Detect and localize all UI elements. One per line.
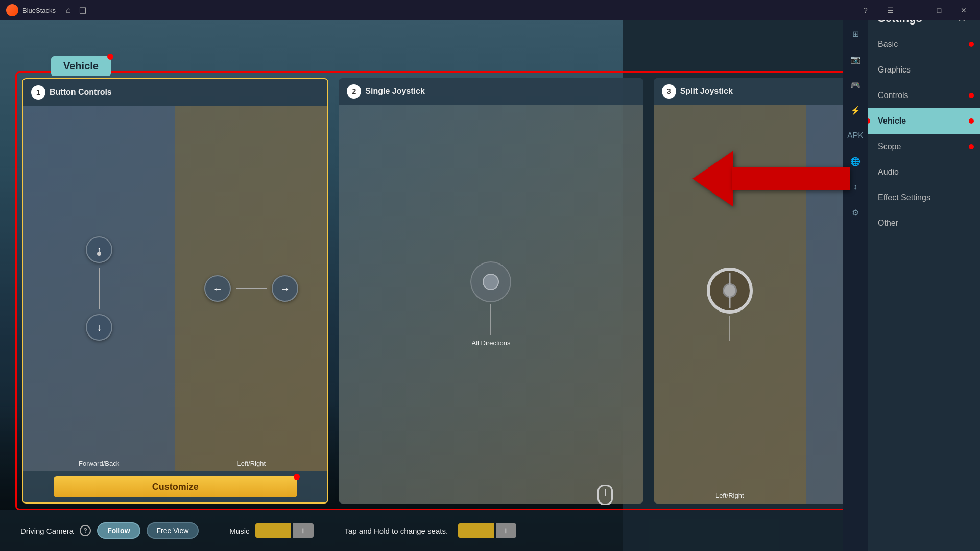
- strip-icon-1[interactable]: ⊞: [847, 26, 864, 42]
- basic-dot: [969, 42, 974, 47]
- effect-settings-label: Effect Settings: [878, 193, 930, 202]
- app-logo: BlueStacks: [6, 4, 56, 16]
- single-joystick-body: All Directions: [339, 105, 643, 504]
- left-right-col: ← → Left/Right: [175, 106, 327, 471]
- audio-label: Audio: [878, 167, 899, 177]
- joystick-outer: [470, 261, 511, 302]
- up-button[interactable]: ↑: [86, 236, 112, 263]
- split-joystick-title: Split Joystick: [680, 87, 733, 96]
- layers-icon[interactable]: ❑: [79, 6, 86, 15]
- music-slider[interactable]: ⦀: [255, 523, 314, 538]
- sidebar-item-audio[interactable]: Audio: [868, 159, 980, 185]
- forward-back-label: Forward/Back: [79, 460, 119, 467]
- joystick-line: [490, 304, 491, 335]
- single-joystick-title: Single Joystick: [365, 87, 425, 96]
- main-content-border: 1 Button Controls ↑ ↓ Forward/Back ←: [15, 71, 965, 510]
- horizontal-line: [236, 288, 267, 289]
- titlebar-icons: ⌂ ❑: [66, 6, 86, 15]
- joystick-container: All Directions: [339, 105, 643, 504]
- panel-1-number: 1: [31, 85, 45, 100]
- bluestacks-icon: [6, 4, 18, 16]
- controls-label: Controls: [878, 91, 909, 100]
- button-controls-body: ↑ ↓ Forward/Back ← → Left/Right: [23, 106, 327, 471]
- mouse-icon: [597, 485, 613, 505]
- app-name: BlueStacks: [22, 7, 56, 14]
- help-button[interactable]: ?: [855, 0, 876, 20]
- controls-dot: [969, 93, 974, 98]
- seats-section: Tap and Hold to change seats. ⦀: [344, 523, 516, 538]
- icon-strip: ⊞ 📷 🎮 ⚡ APK 🌐 ↕ ⚙: [843, 0, 868, 551]
- arrow-head: [692, 151, 733, 207]
- panel-2-number: 2: [347, 84, 361, 99]
- down-button[interactable]: ↓: [86, 314, 112, 341]
- seats-text: Tap and Hold to change seats.: [344, 526, 448, 535]
- forward-back-col: ↑ ↓ Forward/Back: [23, 106, 175, 471]
- single-joystick-panel[interactable]: 2 Single Joystick All Directions: [339, 78, 643, 504]
- controls-row: 1 Button Controls ↑ ↓ Forward/Back ←: [22, 78, 958, 504]
- spoke-top: [729, 273, 730, 291]
- button-controls-title: Button Controls: [50, 88, 112, 97]
- vehicle-label-sidebar: Vehicle: [878, 116, 906, 126]
- vehicle-tab-dot: [107, 54, 113, 60]
- vehicle-tab[interactable]: Vehicle: [51, 56, 111, 76]
- mouse-scroll: [605, 489, 606, 496]
- bottom-bar: Driving Camera ? Follow Free View Music …: [0, 510, 980, 551]
- restore-button[interactable]: □: [929, 0, 949, 20]
- button-controls-header: 1 Button Controls: [23, 79, 327, 106]
- seats-slider-filled: [458, 523, 494, 538]
- vehicle-tab-label: Vehicle: [63, 60, 99, 71]
- arrow-body: [732, 167, 850, 190]
- vertical-line-1: [99, 268, 100, 309]
- strip-icon-4[interactable]: ⚡: [847, 102, 864, 118]
- sidebar-item-graphics[interactable]: Graphics: [868, 57, 980, 83]
- button-controls-panel[interactable]: 1 Button Controls ↑ ↓ Forward/Back ←: [22, 78, 328, 504]
- sidebar: Settings ✕ Basic Graphics Controls Vehic…: [868, 0, 980, 551]
- scope-label: Scope: [878, 142, 901, 151]
- free-view-button[interactable]: Free View: [147, 522, 199, 539]
- right-button[interactable]: →: [272, 275, 298, 302]
- strip-icon-3[interactable]: 🎮: [847, 77, 864, 93]
- lr-row: ← →: [201, 272, 301, 305]
- seats-slider-handle: ⦀: [496, 523, 516, 538]
- driving-camera-label: Driving Camera: [20, 526, 74, 535]
- driving-camera-section: Driving Camera ? Follow Free View: [20, 522, 199, 539]
- steering-wheel: [707, 268, 753, 314]
- music-slider-handle: ⦀: [293, 523, 314, 538]
- strip-icon-2[interactable]: 📷: [847, 51, 864, 67]
- basic-label: Basic: [878, 40, 898, 49]
- panel-3-number: 3: [662, 84, 676, 99]
- seats-slider[interactable]: ⦀: [458, 523, 516, 538]
- help-icon[interactable]: ?: [80, 525, 91, 536]
- spoke-bottom: [729, 290, 730, 308]
- left-right-label: Left/Right: [237, 460, 266, 467]
- sidebar-item-controls[interactable]: Controls: [868, 83, 980, 108]
- sidebar-item-effect-settings[interactable]: Effect Settings: [868, 185, 980, 210]
- follow-button[interactable]: Follow: [97, 522, 140, 539]
- joystick-inner: [483, 274, 499, 290]
- other-label: Other: [878, 219, 898, 228]
- minimize-button[interactable]: —: [904, 0, 925, 20]
- close-button[interactable]: ✕: [953, 0, 974, 20]
- left-button[interactable]: ←: [204, 275, 231, 302]
- steering-label: Left/Right: [715, 492, 744, 499]
- single-joystick-header: 2 Single Joystick: [339, 78, 643, 105]
- strip-icon-5[interactable]: APK: [847, 128, 864, 144]
- window-controls: ? ☰ — □ ✕: [855, 0, 974, 20]
- scope-dot: [969, 144, 974, 149]
- sidebar-item-vehicle[interactable]: Vehicle: [868, 108, 980, 134]
- sidebar-item-basic[interactable]: Basic: [868, 32, 980, 57]
- music-section: Music ⦀: [229, 523, 314, 538]
- sidebar-item-other[interactable]: Other: [868, 210, 980, 236]
- menu-button[interactable]: ☰: [880, 0, 900, 20]
- all-directions-label: All Directions: [472, 339, 511, 347]
- graphics-label: Graphics: [878, 65, 911, 75]
- music-label: Music: [229, 526, 249, 535]
- sidebar-item-scope[interactable]: Scope: [868, 134, 980, 159]
- customize-button[interactable]: Customize: [54, 476, 297, 497]
- red-arrow: [692, 151, 850, 207]
- music-slider-filled: [255, 523, 291, 538]
- home-icon[interactable]: ⌂: [66, 6, 71, 15]
- vehicle-dot: [969, 118, 974, 124]
- titlebar: BlueStacks ⌂ ❑ ? ☰ — □ ✕: [0, 0, 980, 20]
- steering-line: [729, 316, 730, 341]
